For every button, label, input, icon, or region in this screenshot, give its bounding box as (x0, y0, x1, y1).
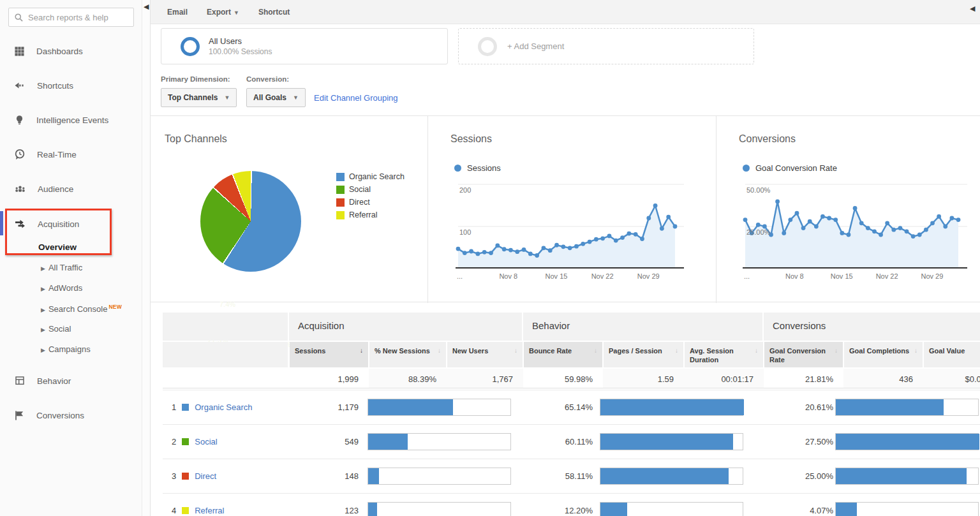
data-point[interactable] (581, 242, 585, 246)
data-point[interactable] (600, 236, 605, 240)
sort-icon[interactable]: ↓ (514, 346, 517, 355)
legend-item[interactable]: Organic Search (336, 172, 405, 181)
data-point[interactable] (814, 225, 819, 229)
data-point[interactable] (872, 229, 877, 233)
data-point[interactable] (653, 203, 658, 208)
data-point[interactable] (522, 247, 526, 252)
sort-icon[interactable]: ↓ (914, 346, 917, 355)
channel-link[interactable]: Social (195, 437, 217, 446)
data-point[interactable] (574, 244, 579, 249)
data-point[interactable] (917, 233, 922, 237)
data-point[interactable] (489, 251, 493, 255)
data-point[interactable] (782, 231, 786, 235)
sidebar-item-adwords[interactable]: ▶AdWords (41, 283, 82, 293)
data-point[interactable] (469, 249, 473, 254)
column-header--new-sessions[interactable]: ↓% New Sessions (369, 342, 446, 367)
sidebar-item-behavior[interactable]: Behavior (0, 370, 142, 392)
data-point[interactable] (911, 234, 916, 239)
data-point[interactable] (646, 216, 651, 221)
data-point[interactable] (660, 226, 664, 231)
data-point[interactable] (891, 228, 896, 232)
sidebar-item-intelligence-events[interactable]: Intelligence Events (0, 109, 142, 131)
data-point[interactable] (620, 235, 625, 240)
data-point[interactable] (495, 244, 500, 248)
sort-icon[interactable]: ↓ (360, 346, 363, 355)
email-button[interactable]: Email (167, 8, 188, 17)
data-point[interactable] (833, 217, 838, 222)
data-point[interactable] (808, 219, 812, 224)
legend-item[interactable]: Referral (336, 210, 377, 219)
sort-icon[interactable]: ↓ (675, 346, 678, 355)
sidebar-item-all-traffic[interactable]: ▶All Traffic (41, 263, 82, 272)
data-point[interactable] (827, 216, 831, 221)
data-point[interactable] (456, 247, 461, 251)
data-point[interactable] (775, 200, 780, 204)
segment-all-users[interactable]: All Users 100.00% Sessions (161, 28, 448, 64)
data-point[interactable] (937, 214, 941, 219)
channel-link[interactable]: Direct (195, 471, 216, 481)
data-point[interactable] (905, 229, 909, 233)
sort-icon[interactable]: ↓ (755, 346, 758, 355)
column-header-bounce-rate[interactable]: ↓Bounce Rate (524, 342, 602, 367)
data-point[interactable] (463, 251, 467, 255)
data-point[interactable] (634, 232, 638, 237)
data-point[interactable] (535, 253, 539, 258)
data-point[interactable] (607, 234, 612, 239)
data-point[interactable] (788, 217, 792, 222)
sidebar-item-audience[interactable]: Audience (0, 178, 142, 200)
data-point[interactable] (502, 247, 507, 251)
data-point[interactable] (847, 233, 851, 237)
primary-dimension-dropdown[interactable]: Top Channels▼ (161, 88, 237, 107)
data-point[interactable] (528, 252, 533, 256)
sidebar-item-dashboards[interactable]: Dashboards (0, 40, 142, 62)
export-button[interactable]: Export▼ (207, 8, 239, 17)
sort-icon[interactable]: ↓ (835, 346, 838, 355)
data-point[interactable] (666, 215, 671, 219)
data-point[interactable] (614, 239, 618, 243)
sessions-line-chart[interactable] (427, 116, 716, 303)
column-header-goal-conversion-rate[interactable]: ↓Goal Conversion Rate (764, 342, 843, 367)
sidebar-item-real-time[interactable]: Real-Time (0, 144, 142, 165)
sidebar-item-conversions[interactable]: Conversions (0, 404, 142, 426)
data-point[interactable] (515, 249, 519, 254)
data-point[interactable] (542, 246, 546, 250)
shortcut-button[interactable]: Shortcut (258, 8, 290, 17)
data-point[interactable] (866, 226, 870, 230)
sidebar-item-social[interactable]: ▶Social (41, 324, 71, 334)
data-point[interactable] (568, 246, 572, 250)
data-point[interactable] (840, 231, 844, 235)
sidebar-item-acquisition[interactable]: Acquisition (0, 213, 142, 235)
data-point[interactable] (956, 217, 961, 222)
data-point[interactable] (476, 252, 480, 256)
data-point[interactable] (554, 243, 559, 247)
data-point[interactable] (924, 228, 928, 232)
column-header-pages-session[interactable]: ↓Pages / Session (604, 342, 683, 367)
data-point[interactable] (673, 225, 678, 229)
data-point[interactable] (853, 206, 858, 210)
data-point[interactable] (930, 221, 935, 225)
data-point[interactable] (795, 211, 799, 216)
data-point[interactable] (801, 226, 806, 230)
data-point[interactable] (743, 217, 748, 222)
data-point[interactable] (898, 226, 903, 230)
data-point[interactable] (640, 237, 644, 241)
add-segment-button[interactable]: + Add Segment (458, 28, 754, 64)
sort-icon[interactable]: ↓ (594, 346, 597, 355)
column-header-new-users[interactable]: ↓New Users (447, 342, 523, 367)
column-header-sessions[interactable]: ↓Sessions (290, 342, 368, 367)
sort-icon[interactable]: ↓ (438, 346, 441, 355)
data-point[interactable] (588, 240, 592, 244)
edit-channel-grouping-link[interactable]: Edit Channel Grouping (314, 93, 398, 103)
channel-link[interactable]: Referral (195, 506, 224, 515)
data-point[interactable] (943, 225, 947, 229)
column-header-goal-completions[interactable]: ↓Goal Completions (844, 342, 923, 367)
collapse-sidebar-icon[interactable]: ◀ (144, 3, 149, 10)
conversion-dropdown[interactable]: All Goals▼ (246, 88, 306, 107)
data-point[interactable] (548, 248, 553, 253)
sidebar-item-overview-active[interactable]: Overview (38, 242, 77, 252)
collapse-panel-icon[interactable]: ◀ (970, 5, 975, 12)
data-point[interactable] (885, 221, 889, 225)
column-header-goal-value[interactable]: ↓Goal Value (924, 342, 980, 367)
data-point[interactable] (820, 214, 825, 219)
data-point[interactable] (509, 248, 513, 253)
